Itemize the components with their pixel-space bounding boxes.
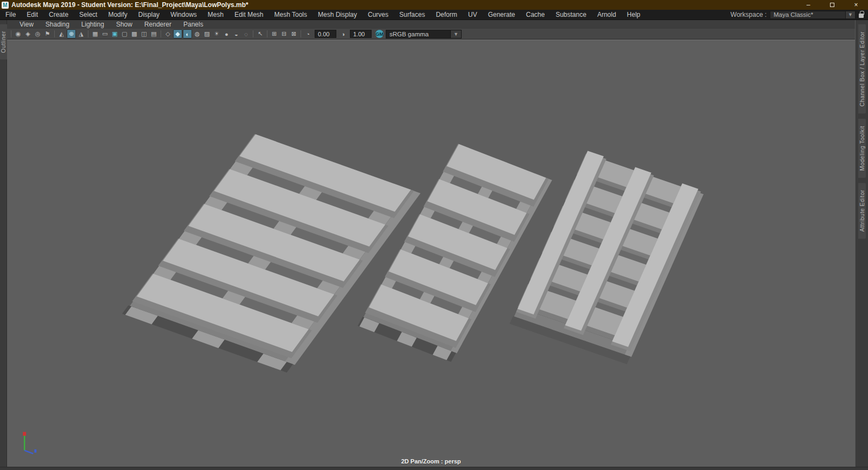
pallet-middle — [358, 144, 552, 362]
image-plane-icon[interactable]: ◭ — [57, 29, 66, 38]
viewport[interactable]: 2D Pan/Zoom : persp — [7, 40, 855, 467]
field-chart-icon[interactable]: ▩ — [130, 29, 139, 38]
chevron-down-icon[interactable]: ▼ — [845, 11, 855, 18]
gate-mask-icon[interactable]: ▢ — [120, 29, 129, 38]
workspace-select[interactable]: Maya Classic* ▼ — [770, 11, 856, 19]
gamma-toggle-icon[interactable]: GM — [375, 30, 384, 38]
menu-item[interactable]: Mesh Display — [312, 10, 362, 20]
menu-item[interactable]: Help — [622, 10, 646, 20]
toolbar-separator — [251, 29, 255, 38]
resolution-gate-icon[interactable]: ▣ — [110, 29, 119, 38]
viewport-hud-text: 2D Pan/Zoom : persp — [7, 458, 855, 465]
film-gate-icon[interactable]: ▭ — [100, 29, 110, 38]
tab-channel-box-layer-editor[interactable]: Channel Box / Layer Editor — [858, 24, 866, 114]
safe-action-icon[interactable]: ◫ — [139, 29, 149, 38]
camera-attributes-icon[interactable]: ◎ — [33, 29, 42, 38]
gamma-input[interactable]: 1.00 — [350, 30, 372, 38]
smooth-shade-icon[interactable]: ◆ — [173, 29, 182, 38]
panel-menu: ViewShadingLightingShowRendererPanels — [7, 20, 855, 29]
view-axis-gizmo — [23, 432, 36, 454]
panel-menu-item[interactable]: Panels — [177, 21, 209, 28]
view-transform-value: sRGB gamma — [390, 31, 429, 37]
workspace-label: Workspace : — [731, 11, 767, 18]
safe-title-icon[interactable]: ▤ — [149, 29, 158, 38]
restore-icon — [830, 3, 834, 7]
toolbar-separator — [265, 29, 269, 38]
toolbar-separator — [159, 29, 163, 38]
toolbar-icons: ◉◈◎⚑◭⊕◮▦▭▣▢▩◫▤◇◆◐◍▨☀●◒◌↖⊞⊟⊠ — [9, 29, 303, 38]
tab-modeling-toolkit[interactable]: Modeling Toolkit — [858, 119, 866, 178]
window-bottom-edge — [0, 467, 868, 470]
maya-logo-icon: M — [2, 2, 9, 9]
restore-button[interactable] — [820, 0, 844, 10]
bookmark-icon[interactable]: ⚑ — [43, 29, 52, 38]
main-menus: FileEditCreateSelectModifyDisplayWindows… — [0, 10, 646, 20]
exposure-icon[interactable]: ◔ — [303, 29, 312, 38]
panel-menu-item[interactable]: Show — [110, 21, 138, 28]
sequence-time-icon[interactable]: ⊟ — [279, 29, 289, 38]
workspace-area: Workspace : Maya Classic* ▼ — [731, 11, 868, 19]
panel-menu-item[interactable]: Lighting — [75, 21, 110, 28]
panel-menu-item[interactable]: Shading — [40, 21, 75, 28]
menu-item[interactable]: Edit Mesh — [229, 10, 269, 20]
wireframe-icon[interactable]: ◇ — [163, 29, 173, 38]
wireframe-on-shaded-icon[interactable]: ▨ — [202, 29, 212, 38]
lock-icon[interactable] — [859, 14, 864, 18]
menu-item[interactable]: Surfaces — [394, 10, 430, 20]
textured-icon[interactable]: ◐ — [183, 29, 192, 38]
tab-outliner[interactable]: Outliner — [0, 24, 7, 60]
menu-item[interactable]: Select — [74, 10, 103, 20]
menu-item[interactable]: Curves — [362, 10, 394, 20]
right-panel-strip: Channel Box / Layer EditorModeling Toolk… — [855, 20, 868, 467]
minimize-button[interactable]: – — [796, 0, 820, 10]
menu-item[interactable]: Generate — [482, 10, 520, 20]
pan-zoom-tool-icon[interactable]: ⊕ — [67, 29, 76, 38]
contrast-icon[interactable]: ◑ — [339, 29, 348, 38]
toolbar-separator — [299, 29, 303, 38]
tab-attribute-editor[interactable]: Attribute Editor — [858, 183, 866, 239]
workspace-value: Maya Classic* — [774, 11, 813, 18]
menu-item[interactable]: Deform — [430, 10, 462, 20]
toolbar-separator — [86, 29, 90, 38]
exposure-input[interactable]: 0.00 — [315, 30, 336, 38]
motion-blur-icon[interactable]: ◌ — [241, 29, 251, 38]
chevron-down-icon[interactable]: ▼ — [450, 30, 461, 38]
menu-item[interactable]: Arnold — [592, 10, 622, 20]
menu-item[interactable]: Windows — [165, 10, 202, 20]
isolate-select-icon[interactable]: ↖ — [256, 29, 265, 38]
sculpt-camera-icon[interactable]: ◮ — [76, 29, 86, 38]
window-controls: – × — [796, 0, 868, 10]
window-title: Autodesk Maya 2019 - Student Version: E:… — [11, 1, 248, 9]
view-transform-select[interactable]: sRGB gamma ▼ — [386, 30, 462, 38]
toolbar-separator — [9, 29, 13, 38]
menu-item[interactable]: Substance — [550, 10, 592, 20]
viewport-panel: ViewShadingLightingShowRendererPanels ◉◈… — [7, 20, 855, 467]
menu-item[interactable]: File — [0, 10, 21, 20]
grid-icon[interactable]: ▦ — [91, 29, 100, 38]
menu-item[interactable]: Create — [43, 10, 74, 20]
main-area: Outliner ViewShadingLightingShowRenderer… — [0, 20, 868, 467]
menu-item[interactable]: Mesh Tools — [269, 10, 312, 20]
panel-menu-item[interactable]: Renderer — [138, 21, 177, 28]
lock-camera-icon[interactable]: ◈ — [23, 29, 33, 38]
close-button[interactable]: × — [844, 0, 868, 10]
pallet-left — [122, 134, 420, 374]
default-lighting-icon[interactable]: ☀ — [212, 29, 221, 38]
menu-item[interactable]: UV — [463, 10, 483, 20]
menu-item[interactable]: Mesh — [202, 10, 229, 20]
multisample-icon[interactable]: ⊞ — [270, 29, 279, 38]
use-all-lights-icon[interactable]: ◍ — [193, 29, 202, 38]
menu-item[interactable]: Cache — [520, 10, 550, 20]
panel-menu-item[interactable]: View — [14, 21, 40, 28]
snapshot-icon[interactable]: ⊠ — [289, 29, 298, 38]
menu-item[interactable]: Display — [133, 10, 165, 20]
shadows-icon[interactable]: ● — [222, 29, 231, 38]
viewport-toolbar: ◉◈◎⚑◭⊕◮▦▭▣▢▩◫▤◇◆◐◍▨☀●◒◌↖⊞⊟⊠ ◔ 0.00 ◑ 1.0… — [7, 29, 855, 40]
select-camera-icon[interactable]: ◉ — [14, 29, 23, 38]
scene-render — [7, 40, 855, 467]
menu-item[interactable]: Modify — [103, 10, 132, 20]
ambient-occlusion-icon[interactable]: ◒ — [232, 29, 241, 38]
menu-item[interactable]: Edit — [21, 10, 43, 20]
toolbar-separator — [53, 29, 56, 38]
titlebar: M Autodesk Maya 2019 - Student Version: … — [0, 0, 868, 10]
